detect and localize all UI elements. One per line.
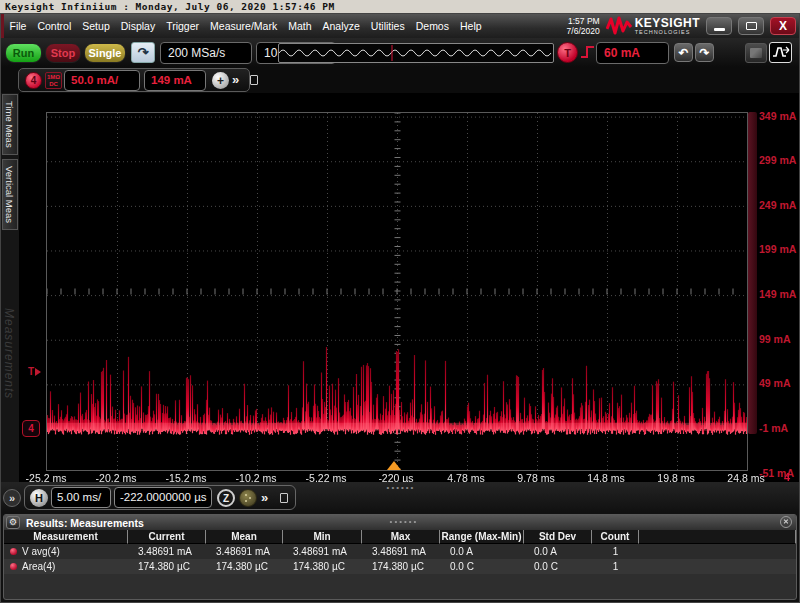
scope-display[interactable] xyxy=(46,112,748,471)
measurement-color-dot xyxy=(10,563,17,570)
hbar-expander-button[interactable]: » xyxy=(3,489,21,507)
vertical-scale-field[interactable]: 50.0 mA/ xyxy=(64,70,140,91)
vertical-offset-field[interactable]: 149 mA xyxy=(144,70,206,91)
y-axis-label: 99 mA xyxy=(759,333,791,345)
column-header[interactable]: Std Dev xyxy=(524,530,592,544)
menubar-right: 1:57 PM 7/6/2020 KEYSIGHT TECHNOLOGIES X xyxy=(567,16,799,36)
menu-item-help[interactable]: Help xyxy=(454,14,487,38)
trigger-button[interactable]: T xyxy=(557,42,578,63)
results-table: MeasurementCurrentMeanMinMaxRange (Max-M… xyxy=(4,530,796,574)
pin-icon[interactable] xyxy=(250,75,258,85)
single-button[interactable]: Single xyxy=(84,43,126,63)
measurement-count: 1 xyxy=(592,544,639,559)
horizontal-controls-bar: •••••• » H 5.00 ms/ -222.0000000 µs Z » xyxy=(1,482,799,513)
menu-item-trigger[interactable]: Trigger xyxy=(161,14,205,38)
results-title: Results: Measurements xyxy=(26,517,144,529)
expand-channel-controls[interactable]: » xyxy=(232,72,238,87)
measurement-value: 174.380 µC xyxy=(362,559,440,574)
measurement-value: 0.0 C xyxy=(440,559,524,574)
channel4-button[interactable]: 4 xyxy=(25,72,42,89)
sample-rate-field[interactable]: 200 MSa/s xyxy=(160,42,252,64)
measurement-value: 3.48691 mA xyxy=(128,544,206,559)
undo-button[interactable]: ↶ xyxy=(674,43,693,62)
horizontal-group: H 5.00 ms/ -222.0000000 µs Z » xyxy=(24,485,296,510)
y-axis-label: 299 mA xyxy=(759,154,796,166)
ground-marker-channel: 4 xyxy=(28,423,34,434)
channel-ground-marker[interactable]: 4 xyxy=(22,420,40,437)
column-header[interactable]: Range (Max-Min) xyxy=(440,530,524,544)
measurement-color-dot xyxy=(10,548,17,555)
coupling-badge[interactable]: 1MΩ DC xyxy=(45,72,62,89)
coupling-mode: DC xyxy=(46,81,61,88)
horizontal-button[interactable]: H xyxy=(30,489,48,507)
add-channel-button[interactable]: + xyxy=(212,72,229,89)
restore-button[interactable] xyxy=(738,17,764,35)
redo-button[interactable]: ↷ xyxy=(695,43,714,62)
menu-item-measure-mark[interactable]: Measure/Mark xyxy=(205,14,283,38)
splitter-grip[interactable]: •••••• xyxy=(376,483,426,492)
waveform-overview-icon xyxy=(279,44,553,62)
trigger-icon: T xyxy=(564,47,571,59)
measurement-value: 174.380 µC xyxy=(283,559,362,574)
timebase-scale-field[interactable]: 5.00 ms/ xyxy=(51,487,111,508)
autoscale-button[interactable]: ↷ xyxy=(131,42,155,63)
knob-button[interactable] xyxy=(239,489,257,507)
menu-item-analyze[interactable]: Analyze xyxy=(317,14,365,38)
brand-sub: TECHNOLOGIES xyxy=(635,29,700,35)
column-header[interactable]: Max xyxy=(362,530,440,544)
menu-item-file[interactable]: File xyxy=(4,14,32,38)
y-axis-label: 249 mA xyxy=(759,199,796,211)
measurement-name[interactable]: Area(4) xyxy=(4,559,128,574)
run-button[interactable]: Run xyxy=(5,43,42,63)
close-button[interactable]: X xyxy=(770,17,796,35)
brand-name: KEYSIGHT xyxy=(635,18,700,29)
y-axis-label: -1 mA xyxy=(759,422,788,434)
menu-item-demos[interactable]: Demos xyxy=(410,14,454,38)
y-axis-labels: 349 mA299 mA249 mA199 mA149 mA99 mA49 mA… xyxy=(759,112,799,477)
timebase-position-field[interactable]: -222.0000000 µs xyxy=(114,487,212,508)
expand-horizontal-controls[interactable]: » xyxy=(261,490,267,505)
measurement-name[interactable]: V avg(4) xyxy=(4,544,128,559)
tab-vertical-meas[interactable]: Vertical Meas xyxy=(2,159,18,230)
results-panel: ⚙ Results: Measurements •••••• ✕ Measure… xyxy=(3,514,797,600)
rising-edge-icon xyxy=(581,45,595,59)
column-header[interactable]: Current xyxy=(128,530,206,544)
y-axis-label: 349 mA xyxy=(759,110,796,122)
clock: 1:57 PM 7/6/2020 xyxy=(567,16,600,36)
menu-item-setup[interactable]: Setup xyxy=(77,14,115,38)
trigger-level-marker[interactable]: T xyxy=(28,366,41,377)
column-header[interactable]: Measurement xyxy=(4,530,128,544)
y-axis-label: 149 mA xyxy=(759,288,796,300)
plus-icon: + xyxy=(217,74,224,88)
menu-item-display[interactable]: Display xyxy=(115,14,160,38)
left-sidebar: Time Meas Vertical Meas Measurements xyxy=(1,93,19,493)
stop-button[interactable]: Stop xyxy=(45,43,81,63)
results-drag-grip[interactable]: •••••• xyxy=(374,517,434,526)
screen: Keysight Infiniium : Monday, July 06, 20… xyxy=(0,0,800,614)
results-close-button[interactable]: ✕ xyxy=(780,516,792,528)
menu-item-math[interactable]: Math xyxy=(283,14,317,38)
clock-date: 7/6/2020 xyxy=(567,26,600,36)
vertical-scale-bar xyxy=(748,112,757,434)
menu-item-utilities[interactable]: Utilities xyxy=(365,14,410,38)
measurement-value: 0.0 A xyxy=(524,544,592,559)
column-header[interactable]: Min xyxy=(283,530,362,544)
results-settings-button[interactable]: ⚙ xyxy=(6,516,20,529)
hbar-pin-icon[interactable] xyxy=(280,493,288,503)
os-title-text: Keysight Infiniium : Monday, July 06, 20… xyxy=(5,1,335,12)
screen-capture-button[interactable] xyxy=(745,43,767,63)
measurement-count: 1 xyxy=(592,559,639,574)
marker-tool-button[interactable] xyxy=(769,42,792,63)
measurement-value: 3.48691 mA xyxy=(206,544,283,559)
trigger-time-marker-icon[interactable] xyxy=(387,461,401,470)
minimize-button[interactable] xyxy=(706,17,732,35)
column-header[interactable]: Count xyxy=(592,530,639,544)
trigger-level-field[interactable]: 60 mA xyxy=(596,42,669,64)
waveform-overview[interactable] xyxy=(278,43,554,63)
tab-time-meas[interactable]: Time Meas xyxy=(2,94,18,155)
menu-item-control[interactable]: Control xyxy=(32,14,77,38)
redo-icon: ↷ xyxy=(699,46,709,60)
column-header[interactable]: Mean xyxy=(206,530,283,544)
gear-icon: ⚙ xyxy=(9,517,17,527)
zoom-button[interactable]: Z xyxy=(217,489,235,507)
